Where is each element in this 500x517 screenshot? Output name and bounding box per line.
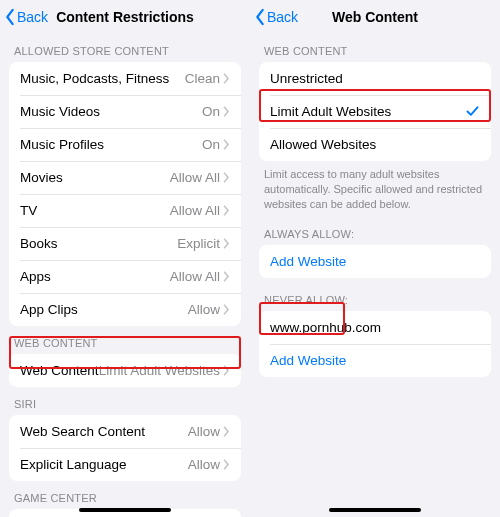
web-group: Web Content Limit Adult Websites [9,354,241,387]
row-apps[interactable]: Apps Allow All [9,260,241,293]
row-music-videos[interactable]: Music Videos On [9,95,241,128]
web-content-screen: Back Web Content WEB CONTENT Unrestricte… [250,0,500,517]
row-label: Music, Podcasts, Fitness [20,71,185,86]
chevron-right-icon [223,139,230,150]
row-value: Allow [188,457,220,472]
row-label: App Clips [20,302,188,317]
row-label: Movies [20,170,170,185]
row-label: Web Content [20,363,99,378]
option-allowed[interactable]: Allowed Websites [259,128,491,161]
option-unrestricted[interactable]: Unrestricted [259,62,491,95]
row-label: www.pornhub.com [270,320,480,335]
chevron-right-icon [223,205,230,216]
row-app-clips[interactable]: App Clips Allow [9,293,241,326]
row-label: Web Search Content [20,424,188,439]
nav-bar: Back Content Restrictions [0,0,250,34]
row-value: Allow All [170,203,220,218]
row-value: On [202,104,220,119]
row-label: Add Website [270,353,480,368]
row-value: Allow All [170,269,220,284]
store-header: ALLOWED STORE CONTENT [0,34,250,62]
nav-bar: Back Web Content [250,0,500,34]
never-group: www.pornhub.com Add Website [259,311,491,377]
chevron-right-icon [223,73,230,84]
siri-header: SIRI [0,387,250,415]
row-label: Music Videos [20,104,202,119]
home-indicator[interactable] [329,508,421,512]
row-label: Limit Adult Websites [270,104,465,119]
back-label: Back [267,9,298,25]
row-value: Allow [188,302,220,317]
row-label: TV [20,203,170,218]
row-explicit-lang[interactable]: Explicit Language Allow [9,448,241,481]
web-header: WEB CONTENT [0,326,250,354]
row-value: Explicit [177,236,220,251]
back-button[interactable]: Back [4,0,48,34]
chevron-right-icon [223,304,230,315]
back-label: Back [17,9,48,25]
row-tv[interactable]: TV Allow All [9,194,241,227]
row-label: Add Website [270,254,480,269]
always-group: Add Website [259,245,491,278]
always-header: ALWAYS ALLOW: [250,212,500,245]
chevron-right-icon [223,271,230,282]
page-title: Content Restrictions [56,9,194,25]
row-value: On [202,137,220,152]
home-indicator[interactable] [79,508,171,512]
chevron-left-icon [254,8,266,26]
store-group: Music, Podcasts, Fitness Clean Music Vid… [9,62,241,326]
row-value: Allow [188,424,220,439]
row-music[interactable]: Music, Podcasts, Fitness Clean [9,62,241,95]
row-value: Allow All [170,170,220,185]
row-books[interactable]: Books Explicit [9,227,241,260]
row-movies[interactable]: Movies Allow All [9,161,241,194]
chevron-right-icon [223,238,230,249]
page-title: Web Content [332,9,418,25]
never-item[interactable]: www.pornhub.com [259,311,491,344]
row-value: Limit Adult Websites [99,363,220,378]
wc-options: Unrestricted Limit Adult Websites Allowe… [259,62,491,161]
content-restrictions-screen: Back Content Restrictions ALLOWED STORE … [0,0,250,517]
chevron-right-icon [223,426,230,437]
row-label: Allowed Websites [270,137,480,152]
row-label: Apps [20,269,170,284]
checkmark-icon [465,104,480,119]
siri-group: Web Search Content Allow Explicit Langua… [9,415,241,481]
row-label: Music Profiles [20,137,202,152]
back-button[interactable]: Back [254,0,298,34]
row-web-search[interactable]: Web Search Content Allow [9,415,241,448]
row-web-content[interactable]: Web Content Limit Adult Websites [9,354,241,387]
row-label: Explicit Language [20,457,188,472]
chevron-left-icon [4,8,16,26]
row-music-profiles[interactable]: Music Profiles On [9,128,241,161]
add-website-never[interactable]: Add Website [259,344,491,377]
add-website-always[interactable]: Add Website [259,245,491,278]
chevron-right-icon [223,459,230,470]
wc-header: WEB CONTENT [250,34,500,62]
chevron-right-icon [223,365,230,376]
chevron-right-icon [223,172,230,183]
gc-header: GAME CENTER [0,481,250,509]
row-label: Unrestricted [270,71,480,86]
chevron-right-icon [223,106,230,117]
row-label: Books [20,236,177,251]
option-limit-adult[interactable]: Limit Adult Websites [259,95,491,128]
row-value: Clean [185,71,220,86]
never-header: NEVER ALLOW: [250,278,500,311]
wc-note: Limit access to many adult websites auto… [250,161,500,212]
